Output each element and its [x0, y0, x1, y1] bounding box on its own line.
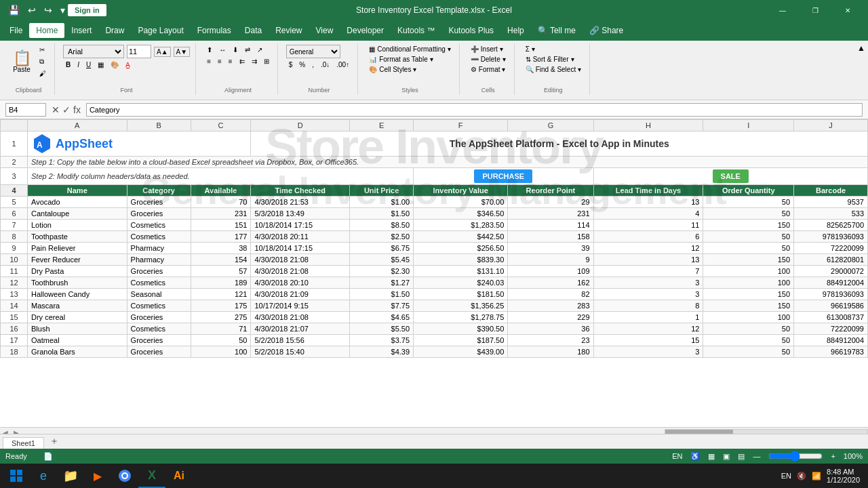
cell-time[interactable]: 10/18/2014 17:15 [251, 243, 350, 254]
cell-available[interactable]: 38 [191, 243, 251, 254]
orientation-button[interactable]: ↗ [254, 45, 265, 55]
percent-button[interactable]: % [296, 60, 308, 70]
confirm-icon[interactable]: ✓ [62, 104, 71, 115]
cell-order-qty[interactable]: 50 [703, 335, 794, 346]
formula-input[interactable] [86, 103, 863, 117]
header-reorder-point[interactable]: Reorder Point [508, 185, 593, 197]
menu-kutools-plus[interactable]: Kutools Plus [441, 23, 500, 38]
cell-price[interactable]: $4.39 [350, 346, 414, 358]
cell-category[interactable]: Cosmetics [127, 323, 191, 335]
cell-time[interactable]: 4/30/2018 21:08 [251, 312, 350, 323]
cell-category[interactable]: Cosmetics [127, 300, 191, 312]
cell-name[interactable]: Avocado [28, 197, 127, 208]
customize-qat-icon[interactable]: ▾ [58, 5, 68, 16]
cell-inv-val[interactable]: $1,278.75 [414, 312, 508, 323]
find-select-button[interactable]: 🔍 Find & Select ▾ [523, 65, 584, 74]
cell-category[interactable]: Cosmetics [127, 220, 191, 231]
cell-category[interactable]: Groceries [127, 312, 191, 323]
cell-reorder[interactable]: 29 [508, 197, 593, 208]
copy-button[interactable]: ⧉ [37, 56, 49, 67]
header-available[interactable]: Available [191, 185, 251, 197]
cell-inv-val[interactable]: $1,356.25 [414, 300, 508, 312]
cell-name[interactable]: Blush [28, 323, 127, 335]
col-header-d[interactable]: D [251, 120, 350, 131]
cell-price[interactable]: $5.45 [350, 254, 414, 266]
cell-reorder[interactable]: 180 [508, 346, 593, 358]
cell-time[interactable]: 5/2/2018 15:56 [251, 335, 350, 346]
cell-name[interactable]: Oatmeal [28, 335, 127, 346]
cell-price[interactable]: $6.75 [350, 243, 414, 254]
cell-order-qty[interactable]: 50 [703, 197, 794, 208]
cell-lead[interactable]: 7 [593, 266, 703, 277]
cell-order-qty[interactable]: 50 [703, 323, 794, 335]
number-format-selector[interactable]: General [286, 45, 340, 58]
cell-category[interactable]: Groceries [127, 197, 191, 208]
align-bottom-button[interactable]: ⬇ [230, 45, 241, 55]
border-button[interactable]: ▦ [95, 60, 106, 70]
cell-reorder[interactable]: 114 [508, 220, 593, 231]
cell-lead[interactable]: 4 [593, 208, 703, 220]
menu-help[interactable]: Help [500, 23, 531, 38]
cell-barcode[interactable]: 612820801 [794, 254, 868, 266]
cell-price[interactable]: $1.27 [350, 277, 414, 289]
menu-formulas[interactable]: Formulas [191, 23, 238, 38]
cell-available[interactable]: 100 [191, 346, 251, 358]
insert-function-icon[interactable]: fx [73, 104, 81, 115]
menu-page-layout[interactable]: Page Layout [131, 23, 190, 38]
header-category[interactable]: Category [127, 185, 191, 197]
cell-category[interactable]: Cosmetics [127, 277, 191, 289]
col-header-i[interactable]: I [703, 120, 794, 131]
cell-order-qty[interactable]: 100 [703, 277, 794, 289]
purchase-button[interactable]: PURCHASE [474, 169, 532, 183]
redo-icon[interactable]: ↪ [41, 5, 55, 16]
cell-lead[interactable]: 13 [593, 254, 703, 266]
cell-price[interactable]: $3.75 [350, 335, 414, 346]
currency-button[interactable]: $ [286, 60, 296, 70]
increase-decimal-button[interactable]: .00↑ [334, 60, 352, 70]
cell-time[interactable]: 4/30/2018 21:08 [251, 254, 350, 266]
cell-barcode[interactable]: 884912004 [794, 277, 868, 289]
cancel-icon[interactable]: ✕ [52, 104, 60, 115]
conditional-formatting-button[interactable]: ▦ Conditional Formatting ▾ [366, 45, 454, 54]
col-header-e[interactable]: E [350, 120, 414, 131]
zoom-in-button[interactable]: + [831, 452, 835, 460]
decrease-indent-button[interactable]: ⇇ [237, 56, 248, 66]
cell-reorder[interactable]: 158 [508, 231, 593, 243]
header-lead-time[interactable]: Lead Time in Days [593, 185, 703, 197]
zoom-slider[interactable] [768, 451, 823, 462]
decrease-decimal-button[interactable]: .0↓ [318, 60, 332, 70]
header-inventory-value[interactable]: Inventory Value [414, 185, 508, 197]
cell-name[interactable]: Toothbrush [28, 277, 127, 289]
font-color-button[interactable]: A̲ [123, 60, 133, 70]
menu-share[interactable]: 🔗 Share [583, 23, 630, 38]
cell-time[interactable]: 10/18/2014 17:15 [251, 220, 350, 231]
menu-draw[interactable]: Draw [98, 23, 131, 38]
restore-button[interactable]: ❐ [800, 0, 830, 20]
cell-category[interactable]: Seasonal [127, 289, 191, 300]
sheet-tab-1[interactable]: Sheet1 [3, 437, 44, 449]
menu-insert[interactable]: Insert [64, 23, 98, 38]
cell-lead[interactable]: 3 [593, 277, 703, 289]
cell-available[interactable]: 275 [191, 312, 251, 323]
italic-button[interactable]: I [75, 60, 82, 70]
cell-reorder[interactable]: 109 [508, 266, 593, 277]
font-size-input[interactable] [127, 45, 151, 58]
menu-data[interactable]: Data [238, 23, 269, 38]
cell-inv-val[interactable]: $839.30 [414, 254, 508, 266]
cell-lead[interactable]: 12 [593, 323, 703, 335]
insert-cells-button[interactable]: ➕ Insert ▾ [468, 45, 509, 54]
cell-order-qty[interactable]: 100 [703, 312, 794, 323]
cell-reorder[interactable]: 231 [508, 208, 593, 220]
illustrator-taskbar-button[interactable]: Ai [165, 464, 193, 488]
cell-time[interactable]: 4/30/2018 20:11 [251, 231, 350, 243]
cell-inv-val[interactable]: $390.50 [414, 323, 508, 335]
cell-barcode[interactable]: 533 [794, 208, 868, 220]
mute-icon[interactable]: 🔇 [797, 472, 806, 481]
cell-available[interactable]: 175 [191, 300, 251, 312]
col-header-f[interactable]: F [414, 120, 508, 131]
cell-lead[interactable]: 8 [593, 300, 703, 312]
cell-price[interactable]: $2.30 [350, 266, 414, 277]
minimize-button[interactable]: — [768, 0, 797, 20]
cell-inv-val[interactable]: $181.50 [414, 289, 508, 300]
cell-barcode[interactable]: 9781936093 [794, 289, 868, 300]
